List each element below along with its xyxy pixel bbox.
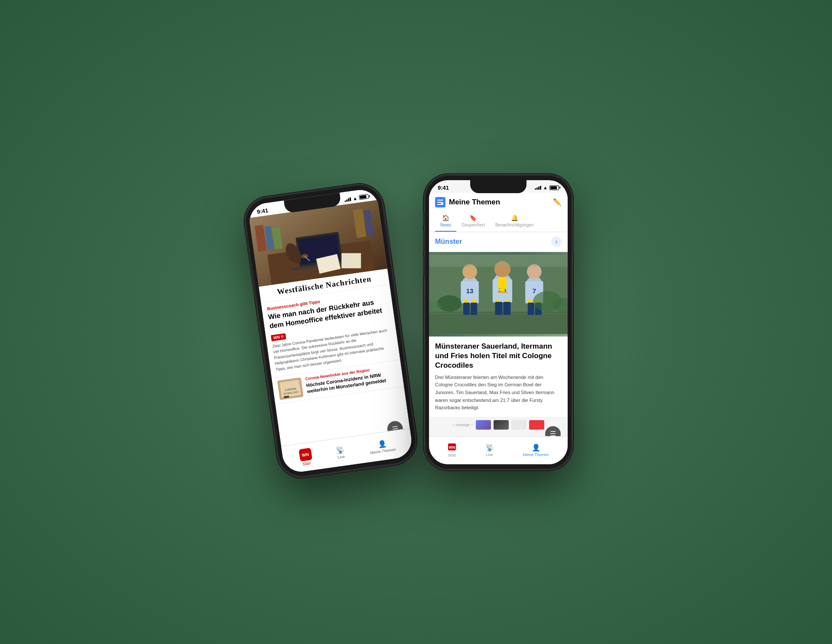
- ad-thumb-4[interactable]: [529, 420, 544, 430]
- hero-illustration: 13 25: [429, 252, 568, 337]
- svg-rect-44: [495, 301, 502, 314]
- wifi-icon-right: ▲: [543, 185, 548, 190]
- topics-svg-icon: [437, 200, 443, 205]
- status-time-right: 9:41: [438, 184, 449, 191]
- topics-icon: [435, 197, 445, 207]
- svg-rect-56: [500, 288, 505, 291]
- nav-themen-label-left: Meine Themen: [370, 447, 396, 455]
- bottom-nav-left: WN Start 📡 Live 👤 Meine Themen: [281, 428, 414, 474]
- ad-label: – Anzeige –: [452, 423, 473, 427]
- right-header: Meine Themen ✏️ 🏠 News 🔖 Gespeichert: [429, 193, 568, 232]
- bottom-nav-right: WN Start 📡 Live 👤 Meine Themen: [429, 436, 568, 464]
- volume-down-right: [423, 256, 425, 276]
- svg-text:WN: WN: [449, 445, 455, 450]
- ad-thumb-2[interactable]: [494, 420, 509, 430]
- tab-gespeichert-label: Gespeichert: [462, 223, 485, 227]
- svg-rect-55: [497, 286, 508, 288]
- signal-icon-left: [344, 196, 351, 201]
- nav-live-left[interactable]: 📡 Live: [335, 445, 346, 459]
- svg-rect-54: [498, 277, 507, 287]
- svg-rect-62: [429, 254, 568, 266]
- hero-image: 13 25: [429, 252, 568, 337]
- article-card[interactable]: Münsteraner Sauerland, Itermann und Frie…: [429, 337, 568, 417]
- notch-right: [470, 180, 526, 193]
- signal-icon-right: [535, 185, 541, 190]
- svg-rect-10: [341, 253, 361, 268]
- nav-themen-label-right: Meine Themen: [523, 453, 549, 457]
- silent-switch-right: [423, 212, 425, 226]
- volume-up-left: [248, 252, 252, 272]
- tab-news[interactable]: 🏠 News: [435, 212, 456, 232]
- wn-nav-icon: WN: [299, 447, 312, 461]
- nav-start-right[interactable]: WN Start: [448, 443, 456, 457]
- nav-live-label-right: Live: [486, 453, 493, 457]
- tab-news-label: News: [440, 223, 451, 227]
- svg-rect-28: [429, 311, 568, 334]
- volume-down-left: [251, 276, 256, 295]
- right-phone-screen: 9:41 ▲: [429, 180, 568, 464]
- svg-rect-37: [471, 302, 477, 314]
- tab-notifications-label: Benachrichtigungen: [495, 223, 533, 227]
- status-icons-right: ▲: [535, 185, 559, 190]
- phones-container: 9:41 ▲: [260, 175, 572, 469]
- right-header-title: Meine Themen: [449, 198, 500, 207]
- status-time-left: 9:41: [257, 207, 269, 215]
- section-arrow[interactable]: ›: [551, 236, 562, 247]
- volume-up-right: [423, 230, 425, 251]
- power-button-left: [386, 224, 391, 250]
- svg-rect-52: [528, 302, 534, 314]
- section-header[interactable]: Münster ›: [429, 232, 568, 251]
- tab-notifications[interactable]: 🔔 Benachrichtigungen: [490, 212, 539, 232]
- thumb-illustration: CORONA SCHNELLTEST: [277, 377, 304, 400]
- article-card-title: Münsteraner Sauerland, Itermann und Frie…: [435, 342, 562, 370]
- svg-rect-22: [437, 202, 442, 203]
- tab-gespeichert[interactable]: 🔖 Gespeichert: [456, 212, 490, 232]
- nav-themen-left[interactable]: 👤 Meine Themen: [369, 438, 396, 455]
- svg-rect-57: [497, 291, 507, 293]
- tab-saved-icon: 🔖: [469, 214, 477, 221]
- section-title: Münster: [435, 238, 462, 246]
- ad-thumb-3[interactable]: [511, 420, 526, 430]
- ad-thumb-1[interactable]: [476, 420, 491, 430]
- left-phone-screen: 9:41 ▲: [247, 187, 414, 474]
- tab-bar: 🏠 News 🔖 Gespeichert 🔔 Benachrichtigunge…: [435, 212, 562, 232]
- edit-icon[interactable]: ✏️: [553, 198, 562, 206]
- wn-nav-start-icon: WN: [448, 443, 456, 450]
- nav-themen-right[interactable]: 👤 Meine Themen: [523, 443, 549, 457]
- secondary-article-thumb: CORONA SCHNELLTEST: [277, 377, 304, 400]
- svg-rect-21: [437, 200, 443, 201]
- svg-text:13: 13: [466, 287, 474, 294]
- battery-icon-left: [359, 194, 369, 200]
- start-icon-right: WN: [448, 443, 456, 452]
- nav-start-left[interactable]: WN Start: [299, 447, 313, 466]
- themen-icon-left: 👤: [377, 439, 387, 449]
- themen-icon-right: 👤: [532, 443, 540, 452]
- right-phone: 9:41 ▲: [425, 175, 572, 469]
- tab-news-icon: 🏠: [442, 214, 449, 221]
- svg-rect-45: [503, 301, 510, 314]
- svg-text:7: 7: [533, 287, 536, 294]
- right-header-top: Meine Themen ✏️: [435, 197, 562, 207]
- battery-icon-right: [549, 185, 559, 190]
- power-button-right: [572, 223, 574, 251]
- nav-start-label-right: Start: [448, 453, 456, 457]
- nav-start-label: Start: [302, 461, 311, 466]
- tab-notifications-icon: 🔔: [511, 214, 518, 221]
- status-icons-left: ▲: [344, 194, 369, 202]
- wifi-icon-left: ▲: [352, 195, 358, 201]
- silent-switch-left: [245, 235, 249, 248]
- nav-live-label-left: Live: [338, 454, 345, 459]
- svg-rect-36: [463, 302, 470, 314]
- right-header-left: Meine Themen: [435, 197, 500, 207]
- live-icon-right: 📡: [485, 443, 494, 452]
- live-icon-left: 📡: [335, 445, 345, 454]
- nav-live-right[interactable]: 📡 Live: [485, 443, 494, 457]
- left-phone: 9:41 ▲: [242, 181, 419, 479]
- article-card-body: Drei Münsteraner feierten am Wochenende …: [435, 374, 562, 412]
- wn-badge: WN ⊙: [271, 333, 286, 341]
